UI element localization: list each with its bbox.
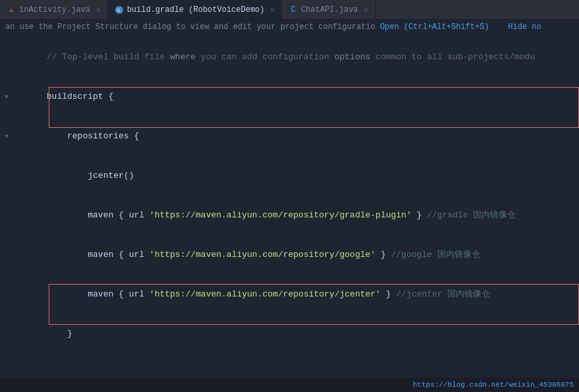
- tab-label: ChatAPI.java: [301, 5, 358, 14]
- code-line-4: jcenter(): [0, 156, 579, 196]
- code-line-3: ▼ repositories {: [0, 117, 579, 156]
- line-content-7: maven { url 'https://maven.aliyun.com/re…: [13, 275, 579, 314]
- open-project-structure-link[interactable]: Open (Ctrl+Alt+Shift+S): [380, 22, 489, 32]
- code-line-6: maven { url 'https://maven.aliyun.com/re…: [0, 235, 579, 275]
- tab-label: inActivity.java: [19, 5, 90, 14]
- status-url[interactable]: https://blog.csdn.net/weixin_45386875: [413, 381, 574, 389]
- code-line-2: ▼ buildscript {: [0, 77, 579, 117]
- tab-bar: ☕ inActivity.java ✕ G build.gradle (Robo…: [0, 0, 579, 20]
- svg-text:G: G: [117, 8, 120, 13]
- java-icon: ☕: [7, 5, 16, 14]
- code-line-8: }: [0, 314, 579, 354]
- code-line-1: // Top-level build file where you can ad…: [0, 38, 579, 77]
- fold-arrow-3[interactable]: ▼: [5, 133, 9, 140]
- line-content-1: // Top-level build file where you can ad…: [13, 38, 579, 77]
- status-bar: https://blog.csdn.net/weixin_45386875: [0, 378, 579, 392]
- line-content-8: }: [13, 314, 579, 354]
- line-content-2: buildscript {: [13, 77, 579, 117]
- gutter-2: ▼: [0, 94, 13, 101]
- code-editor: // Top-level build file where you can ad…: [0, 35, 579, 376]
- tab-inactivity[interactable]: ☕ inActivity.java ✕: [0, 0, 108, 19]
- tab-close-icon[interactable]: ✕: [364, 5, 369, 14]
- line-content-5: maven { url 'https://maven.aliyun.com/re…: [13, 196, 579, 235]
- line-content-4: jcenter(): [13, 156, 579, 196]
- fold-arrow[interactable]: ▼: [5, 94, 9, 101]
- tab-build-gradle[interactable]: G build.gradle (RobotVoiceDemo) ✕: [108, 0, 282, 19]
- code-line-10: ▼ dependencies {: [0, 367, 579, 376]
- comment-span: // Top-level build file where you can ad…: [47, 52, 535, 62]
- tab-chatapi[interactable]: C ChatAPI.java ✕: [282, 0, 375, 19]
- info-text: an use the Project Structure dialog to v…: [5, 22, 375, 32]
- line-content-10: dependencies {: [13, 367, 579, 376]
- info-bar: an use the Project Structure dialog to v…: [0, 20, 579, 35]
- tab-label: build.gradle (RobotVoiceDemo): [127, 5, 265, 14]
- gutter-3: ▼: [0, 133, 13, 140]
- tab-close-icon[interactable]: ✕: [96, 5, 101, 14]
- hide-link[interactable]: Hide no: [508, 22, 541, 32]
- line-content-6: maven { url 'https://maven.aliyun.com/re…: [13, 235, 579, 275]
- code-line-7: maven { url 'https://maven.aliyun.com/re…: [0, 275, 579, 314]
- line-content-9: [13, 354, 579, 367]
- chatapi-java-icon: C: [289, 5, 298, 14]
- line-content-3: repositories {: [13, 117, 579, 156]
- tab-close-icon[interactable]: ✕: [271, 5, 275, 14]
- gradle-icon: G: [115, 5, 124, 14]
- code-line-9: [0, 354, 579, 367]
- code-line-5: maven { url 'https://maven.aliyun.com/re…: [0, 196, 579, 235]
